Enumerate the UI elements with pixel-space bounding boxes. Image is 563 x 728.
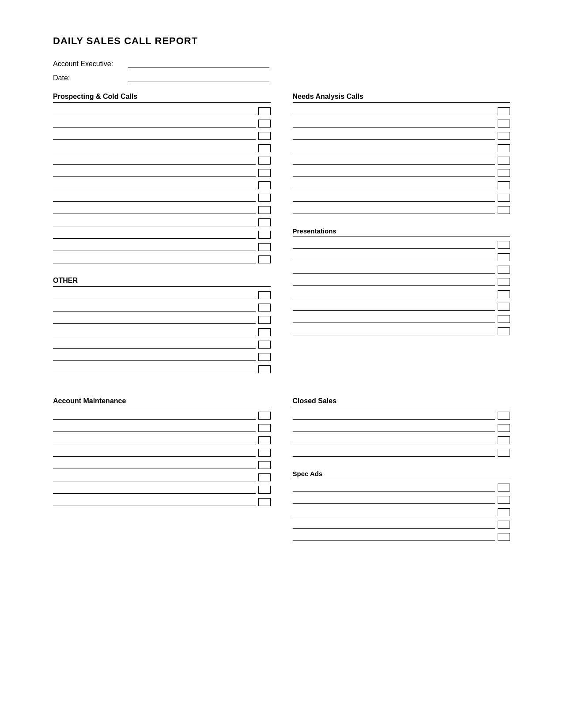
row-box[interactable] [498,194,510,202]
row-line[interactable] [53,132,256,140]
row-box[interactable] [258,144,271,152]
row-box[interactable] [258,120,271,128]
row-box[interactable] [498,303,510,311]
row-line[interactable] [293,436,495,444]
row-line[interactable] [53,120,256,128]
row-line[interactable] [293,181,495,189]
row-box[interactable] [498,206,510,214]
row-line[interactable] [293,241,495,249]
row-line[interactable] [293,449,495,457]
row-line[interactable] [53,341,256,349]
row-line[interactable] [293,496,495,504]
row-box[interactable] [498,266,510,274]
row-line[interactable] [293,533,495,541]
row-line[interactable] [53,436,256,444]
date-input-line[interactable] [128,74,269,82]
row-line[interactable] [53,291,256,299]
row-line[interactable] [53,424,256,432]
row-line[interactable] [293,266,495,274]
row-line[interactable] [293,412,495,420]
row-box[interactable] [498,120,510,128]
row-box[interactable] [498,290,510,298]
row-line[interactable] [53,328,256,336]
row-line[interactable] [293,132,495,140]
row-box[interactable] [258,132,271,140]
row-box[interactable] [258,194,271,202]
row-line[interactable] [293,120,495,128]
row-box[interactable] [258,169,271,177]
row-box[interactable] [258,424,271,432]
row-line[interactable] [53,231,256,239]
row-line[interactable] [53,412,256,420]
row-line[interactable] [53,498,256,506]
row-box[interactable] [258,436,271,444]
row-box[interactable] [258,181,271,189]
row-box[interactable] [258,353,271,361]
row-line[interactable] [53,353,256,361]
row-box[interactable] [498,449,510,457]
row-box[interactable] [498,157,510,165]
row-box[interactable] [498,496,510,504]
row-box[interactable] [258,157,271,165]
row-box[interactable] [498,412,510,420]
row-box[interactable] [498,253,510,261]
row-box[interactable] [258,291,271,299]
row-line[interactable] [53,316,256,324]
row-line[interactable] [53,461,256,469]
row-line[interactable] [293,194,495,202]
row-line[interactable] [293,303,495,311]
row-box[interactable] [498,424,510,432]
row-line[interactable] [53,449,256,457]
row-box[interactable] [498,508,510,516]
row-line[interactable] [53,304,256,311]
row-box[interactable] [258,243,271,251]
row-line[interactable] [53,157,256,165]
row-line[interactable] [53,206,256,214]
row-box[interactable] [258,255,271,263]
row-line[interactable] [293,107,495,115]
row-line[interactable] [53,107,256,115]
row-line[interactable] [53,365,256,373]
row-line[interactable] [293,315,495,323]
row-box[interactable] [258,206,271,214]
row-line[interactable] [53,181,256,189]
row-line[interactable] [293,484,495,492]
row-line[interactable] [293,521,495,529]
row-box[interactable] [258,473,271,481]
row-line[interactable] [53,473,256,481]
row-box[interactable] [498,169,510,177]
row-line[interactable] [53,218,256,226]
row-line[interactable] [293,253,495,261]
row-box[interactable] [258,328,271,336]
row-box[interactable] [258,486,271,494]
account-executive-input-line[interactable] [128,60,269,68]
row-box[interactable] [498,278,510,286]
row-box[interactable] [258,304,271,311]
row-line[interactable] [53,144,256,152]
row-box[interactable] [498,484,510,492]
row-box[interactable] [258,365,271,373]
row-line[interactable] [293,327,495,335]
row-box[interactable] [498,107,510,115]
row-line[interactable] [293,169,495,177]
row-box[interactable] [258,316,271,324]
row-line[interactable] [293,508,495,516]
row-box[interactable] [258,498,271,506]
row-box[interactable] [498,132,510,140]
row-line[interactable] [53,486,256,494]
row-box[interactable] [498,181,510,189]
row-box[interactable] [258,231,271,239]
row-line[interactable] [53,194,256,202]
row-line[interactable] [293,144,495,152]
row-box[interactable] [498,521,510,529]
row-line[interactable] [293,278,495,286]
row-box[interactable] [498,144,510,152]
row-line[interactable] [293,206,495,214]
row-box[interactable] [498,533,510,541]
row-line[interactable] [53,243,256,251]
row-box[interactable] [498,436,510,444]
row-box[interactable] [258,449,271,457]
row-box[interactable] [258,218,271,226]
row-line[interactable] [53,169,256,177]
row-line[interactable] [53,255,256,263]
